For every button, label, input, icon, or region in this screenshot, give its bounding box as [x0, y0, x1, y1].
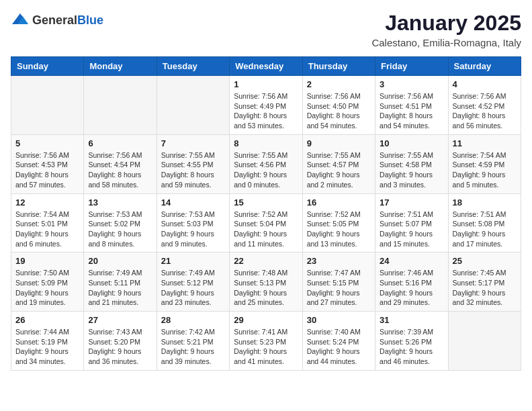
day-cell-24: 24Sunrise: 7:46 AM Sunset: 5:16 PM Dayli…: [375, 253, 448, 312]
weekday-saturday: Saturday: [448, 57, 521, 76]
day-number-24: 24: [380, 256, 443, 266]
day-cell-31: 31Sunrise: 7:39 AM Sunset: 5:26 PM Dayli…: [375, 312, 448, 371]
week-row-3: 12Sunrise: 7:54 AM Sunset: 5:01 PM Dayli…: [11, 193, 521, 253]
day-info-7: Sunrise: 7:55 AM Sunset: 4:55 PM Dayligh…: [161, 150, 225, 190]
location-title: Calestano, Emilia-Romagna, Italy: [371, 37, 521, 48]
day-info-13: Sunrise: 7:53 AM Sunset: 5:02 PM Dayligh…: [88, 210, 152, 249]
week-row-2: 5Sunrise: 7:56 AM Sunset: 4:53 PM Daylig…: [11, 134, 521, 193]
day-info-9: Sunrise: 7:55 AM Sunset: 4:57 PM Dayligh…: [307, 150, 371, 190]
day-cell-20: 20Sunrise: 7:49 AM Sunset: 5:11 PM Dayli…: [84, 253, 157, 312]
day-number-3: 3: [380, 79, 443, 89]
day-number-28: 28: [161, 315, 225, 325]
month-title: January 2025: [371, 11, 521, 36]
weekday-monday: Monday: [84, 57, 157, 76]
day-number-4: 4: [453, 79, 517, 89]
weekday-header: SundayMondayTuesdayWednesdayThursdayFrid…: [11, 57, 521, 76]
day-info-11: Sunrise: 7:54 AM Sunset: 4:59 PM Dayligh…: [453, 150, 517, 190]
day-cell-15: 15Sunrise: 7:52 AM Sunset: 5:04 PM Dayli…: [230, 193, 302, 253]
empty-cell: [11, 76, 84, 135]
day-cell-27: 27Sunrise: 7:43 AM Sunset: 5:20 PM Dayli…: [84, 312, 157, 371]
weekday-friday: Friday: [375, 57, 448, 76]
day-cell-22: 22Sunrise: 7:48 AM Sunset: 5:13 PM Dayli…: [230, 253, 302, 312]
day-number-30: 30: [307, 315, 371, 325]
day-number-9: 9: [307, 138, 371, 148]
day-info-19: Sunrise: 7:50 AM Sunset: 5:09 PM Dayligh…: [15, 268, 79, 308]
day-number-8: 8: [234, 138, 298, 148]
day-number-14: 14: [161, 197, 225, 208]
day-info-6: Sunrise: 7:56 AM Sunset: 4:54 PM Dayligh…: [88, 150, 152, 190]
day-info-8: Sunrise: 7:55 AM Sunset: 4:56 PM Dayligh…: [234, 150, 298, 190]
title-area: January 2025 Calestano, Emilia-Romagna, …: [371, 11, 521, 48]
calendar: SundayMondayTuesdayWednesdayThursdayFrid…: [11, 56, 521, 371]
logo: GeneralBlue: [11, 11, 103, 30]
day-number-10: 10: [380, 138, 443, 148]
logo-general: General: [32, 13, 77, 27]
day-number-20: 20: [88, 256, 152, 266]
day-number-29: 29: [234, 315, 298, 325]
day-number-17: 17: [380, 197, 443, 208]
day-info-31: Sunrise: 7:39 AM Sunset: 5:26 PM Dayligh…: [380, 327, 443, 367]
day-info-30: Sunrise: 7:40 AM Sunset: 5:24 PM Dayligh…: [307, 327, 371, 367]
day-cell-29: 29Sunrise: 7:41 AM Sunset: 5:23 PM Dayli…: [230, 312, 302, 371]
weekday-thursday: Thursday: [302, 57, 375, 76]
day-number-2: 2: [307, 79, 371, 89]
day-info-2: Sunrise: 7:56 AM Sunset: 4:50 PM Dayligh…: [307, 91, 371, 131]
day-info-5: Sunrise: 7:56 AM Sunset: 4:53 PM Dayligh…: [15, 150, 79, 190]
weekday-wednesday: Wednesday: [230, 57, 302, 76]
day-number-25: 25: [453, 256, 517, 266]
day-cell-4: 4Sunrise: 7:56 AM Sunset: 4:52 PM Daylig…: [448, 76, 521, 135]
day-number-26: 26: [15, 315, 79, 325]
day-number-7: 7: [161, 138, 225, 148]
day-cell-14: 14Sunrise: 7:53 AM Sunset: 5:03 PM Dayli…: [157, 193, 229, 253]
day-info-3: Sunrise: 7:56 AM Sunset: 4:51 PM Dayligh…: [380, 91, 443, 131]
week-row-5: 26Sunrise: 7:44 AM Sunset: 5:19 PM Dayli…: [11, 312, 521, 371]
day-cell-5: 5Sunrise: 7:56 AM Sunset: 4:53 PM Daylig…: [11, 134, 84, 193]
day-number-31: 31: [380, 315, 443, 325]
day-info-28: Sunrise: 7:42 AM Sunset: 5:21 PM Dayligh…: [161, 327, 225, 367]
day-cell-23: 23Sunrise: 7:47 AM Sunset: 5:15 PM Dayli…: [302, 253, 375, 312]
day-info-21: Sunrise: 7:49 AM Sunset: 5:12 PM Dayligh…: [161, 268, 225, 308]
day-cell-3: 3Sunrise: 7:56 AM Sunset: 4:51 PM Daylig…: [375, 76, 448, 135]
day-number-1: 1: [234, 79, 298, 89]
day-info-4: Sunrise: 7:56 AM Sunset: 4:52 PM Dayligh…: [453, 91, 517, 131]
calendar-body: 1Sunrise: 7:56 AM Sunset: 4:49 PM Daylig…: [11, 76, 521, 371]
day-number-23: 23: [307, 256, 371, 266]
day-cell-21: 21Sunrise: 7:49 AM Sunset: 5:12 PM Dayli…: [157, 253, 229, 312]
day-info-24: Sunrise: 7:46 AM Sunset: 5:16 PM Dayligh…: [380, 268, 443, 308]
logo-icon: [11, 11, 30, 30]
day-cell-2: 2Sunrise: 7:56 AM Sunset: 4:50 PM Daylig…: [302, 76, 375, 135]
day-info-10: Sunrise: 7:55 AM Sunset: 4:58 PM Dayligh…: [380, 150, 443, 190]
day-cell-11: 11Sunrise: 7:54 AM Sunset: 4:59 PM Dayli…: [448, 134, 521, 193]
day-cell-18: 18Sunrise: 7:51 AM Sunset: 5:08 PM Dayli…: [448, 193, 521, 253]
day-number-6: 6: [88, 138, 152, 148]
week-row-1: 1Sunrise: 7:56 AM Sunset: 4:49 PM Daylig…: [11, 76, 521, 135]
day-info-18: Sunrise: 7:51 AM Sunset: 5:08 PM Dayligh…: [453, 210, 517, 249]
day-info-1: Sunrise: 7:56 AM Sunset: 4:49 PM Dayligh…: [234, 91, 298, 131]
day-info-25: Sunrise: 7:45 AM Sunset: 5:17 PM Dayligh…: [453, 268, 517, 308]
day-info-27: Sunrise: 7:43 AM Sunset: 5:20 PM Dayligh…: [88, 327, 152, 367]
day-cell-8: 8Sunrise: 7:55 AM Sunset: 4:56 PM Daylig…: [230, 134, 302, 193]
weekday-tuesday: Tuesday: [157, 57, 229, 76]
day-cell-13: 13Sunrise: 7:53 AM Sunset: 5:02 PM Dayli…: [84, 193, 157, 253]
day-number-27: 27: [88, 315, 152, 325]
day-info-20: Sunrise: 7:49 AM Sunset: 5:11 PM Dayligh…: [88, 268, 152, 308]
day-cell-6: 6Sunrise: 7:56 AM Sunset: 4:54 PM Daylig…: [84, 134, 157, 193]
day-number-22: 22: [234, 256, 298, 266]
day-cell-19: 19Sunrise: 7:50 AM Sunset: 5:09 PM Dayli…: [11, 253, 84, 312]
day-info-12: Sunrise: 7:54 AM Sunset: 5:01 PM Dayligh…: [15, 210, 79, 249]
day-cell-7: 7Sunrise: 7:55 AM Sunset: 4:55 PM Daylig…: [157, 134, 229, 193]
day-number-5: 5: [15, 138, 79, 148]
day-info-23: Sunrise: 7:47 AM Sunset: 5:15 PM Dayligh…: [307, 268, 371, 308]
day-info-14: Sunrise: 7:53 AM Sunset: 5:03 PM Dayligh…: [161, 210, 225, 249]
day-cell-30: 30Sunrise: 7:40 AM Sunset: 5:24 PM Dayli…: [302, 312, 375, 371]
weekday-sunday: Sunday: [11, 57, 84, 76]
day-cell-9: 9Sunrise: 7:55 AM Sunset: 4:57 PM Daylig…: [302, 134, 375, 193]
day-number-18: 18: [453, 197, 517, 208]
day-cell-12: 12Sunrise: 7:54 AM Sunset: 5:01 PM Dayli…: [11, 193, 84, 253]
day-number-19: 19: [15, 256, 79, 266]
day-number-12: 12: [15, 197, 79, 208]
day-number-16: 16: [307, 197, 371, 208]
day-info-15: Sunrise: 7:52 AM Sunset: 5:04 PM Dayligh…: [234, 210, 298, 249]
day-number-15: 15: [234, 197, 298, 208]
logo-blue: Blue: [77, 13, 103, 27]
